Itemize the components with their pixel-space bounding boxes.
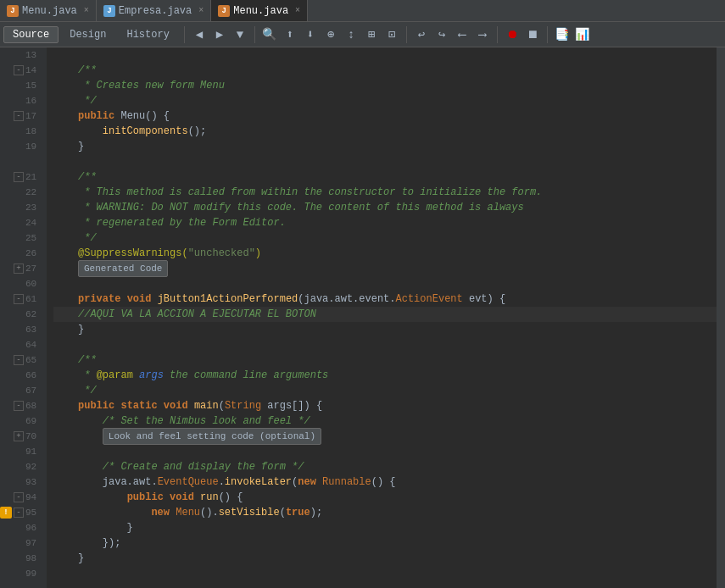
code-span: new xyxy=(298,474,316,490)
code-line-15: * Creates new form Menu xyxy=(53,78,717,93)
tab-close-menu2[interactable]: × xyxy=(295,6,300,15)
code-span: true xyxy=(286,505,310,520)
code-span: ( xyxy=(219,398,225,413)
code-span: /** xyxy=(53,352,96,368)
toggle1-button[interactable]: ⊞ xyxy=(362,25,381,44)
toolbar-separator-3 xyxy=(406,26,407,43)
tab-label-empresa: Empresa.java xyxy=(119,5,192,17)
code-line-65: /** xyxy=(53,352,717,368)
toggle2-button[interactable]: ⊡ xyxy=(382,25,401,44)
code-line-99 xyxy=(53,566,717,581)
code-line-96: } xyxy=(53,520,717,535)
replace-button[interactable]: ↕ xyxy=(342,25,360,44)
fold-65[interactable]: - xyxy=(14,355,24,365)
code-span: "unchecked" xyxy=(188,246,255,261)
code-span xyxy=(194,490,200,505)
code-line-69: /* Set the Nimbus look and feel */ xyxy=(53,413,717,429)
tab-empresa-java[interactable]: J Empresa.java × xyxy=(97,0,211,21)
forward-button[interactable]: ▶ xyxy=(210,25,229,44)
bookmark-button[interactable]: 📑 xyxy=(553,25,572,44)
ln-17: - 17 xyxy=(0,108,42,124)
ln-22: 22 xyxy=(0,185,42,200)
find-next-button[interactable]: ⬇ xyxy=(301,25,320,44)
history-tab[interactable]: History xyxy=(117,26,178,43)
code-line-67: */ xyxy=(53,383,717,398)
code-span xyxy=(53,124,103,139)
code-span: public xyxy=(78,108,114,124)
ln-96: 96 xyxy=(0,520,42,535)
vertical-scrollbar[interactable] xyxy=(717,47,725,588)
fold-27[interactable]: + xyxy=(14,263,24,274)
fold-61[interactable]: - xyxy=(14,294,24,304)
source-tab[interactable]: Source xyxy=(3,26,59,43)
code-line-93: java.awt.EventQueue.invokeLater(new Runn… xyxy=(53,474,717,490)
code-span: Runnable xyxy=(322,474,371,490)
code-span xyxy=(53,261,78,276)
ln-70: + 70 xyxy=(0,429,42,444)
ln-15: 15 xyxy=(0,78,42,93)
tab-close-menu1[interactable]: × xyxy=(84,6,89,15)
fold-70[interactable]: + xyxy=(14,431,24,441)
ln-95: ! - 95 xyxy=(0,505,42,520)
fold-14[interactable]: - xyxy=(14,65,24,75)
fold-21[interactable]: - xyxy=(14,172,24,182)
code-span xyxy=(53,490,126,505)
code-span: (); xyxy=(188,124,207,139)
code-line-27: Generated Code xyxy=(53,261,717,276)
record-button[interactable]: ⏺ xyxy=(503,25,521,44)
code-span: void xyxy=(127,291,152,307)
code-content-area[interactable]: /** * Creates new form Menu */ public Me… xyxy=(47,47,717,588)
fold-95[interactable]: - xyxy=(14,508,24,518)
redo2-button[interactable]: ⟶ xyxy=(473,25,492,44)
search-button[interactable]: ⊕ xyxy=(321,25,340,44)
code-span: ); xyxy=(310,505,322,520)
ln-26: 26 xyxy=(0,246,42,261)
code-span: (java.awt.event. xyxy=(298,291,395,307)
undo2-button[interactable]: ⟵ xyxy=(453,25,471,44)
ln-66: 66 xyxy=(0,368,42,383)
code-span xyxy=(120,291,126,307)
ln-94: - 94 xyxy=(0,490,42,505)
tab-menu-java-1[interactable]: J Menu.java × xyxy=(0,0,97,21)
code-span: */ xyxy=(53,230,96,246)
toolbar-separator-1 xyxy=(184,26,185,43)
find-prev-button[interactable]: ⬆ xyxy=(281,25,299,44)
code-span: private xyxy=(78,291,120,307)
code-span: Menu xyxy=(176,505,200,520)
ln-23: 23 xyxy=(0,200,42,215)
code-span: ( xyxy=(292,474,298,490)
code-editor: 13 - 14 15 16 - 17 18 19 - 21 22 23 24 2… xyxy=(0,47,725,588)
tab-label-menu1: Menu.java xyxy=(22,5,77,17)
ln-16: 16 xyxy=(0,93,42,108)
fold-94[interactable]: - xyxy=(14,492,24,502)
warning-icon-95: ! xyxy=(0,507,12,519)
redo-button[interactable]: ↪ xyxy=(432,25,451,44)
code-span: * This method is called from within the … xyxy=(53,185,542,200)
collapsed-generated-code[interactable]: Generated Code xyxy=(78,260,168,277)
down-button[interactable]: ▼ xyxy=(231,25,249,44)
ln-60: 60 xyxy=(0,276,42,291)
toolbar-separator-2 xyxy=(254,26,255,43)
design-tab[interactable]: Design xyxy=(60,26,115,43)
code-span: ) xyxy=(255,246,261,261)
fold-68[interactable]: - xyxy=(14,401,24,411)
stop-button[interactable]: ⏹ xyxy=(523,25,542,44)
collapsed-look-and-feel[interactable]: Look and feel setting code (optional) xyxy=(103,428,321,445)
code-span xyxy=(53,291,78,307)
tab-close-empresa[interactable]: × xyxy=(198,6,204,15)
code-span: }); xyxy=(53,535,120,551)
fold-17[interactable]: - xyxy=(14,111,24,121)
tab-menu-java-2[interactable]: J Menu.java × xyxy=(211,0,308,21)
code-line-20 xyxy=(53,154,717,169)
code-line-60 xyxy=(53,276,717,291)
chart-button[interactable]: 📊 xyxy=(573,25,592,44)
code-span: //AQUI VA LA ACCION A EJECUTAR EL BOTON xyxy=(53,307,316,322)
tab-bar: J Menu.java × J Empresa.java × J Menu.ja… xyxy=(0,0,725,22)
code-span xyxy=(53,505,151,520)
code-line-64 xyxy=(53,337,717,352)
code-span: * regenerated by the Form Editor. xyxy=(53,215,286,230)
find-button[interactable]: 🔍 xyxy=(260,25,279,44)
back-button[interactable]: ◀ xyxy=(190,25,209,44)
code-span: public xyxy=(78,398,114,413)
undo-button[interactable]: ↩ xyxy=(412,25,431,44)
